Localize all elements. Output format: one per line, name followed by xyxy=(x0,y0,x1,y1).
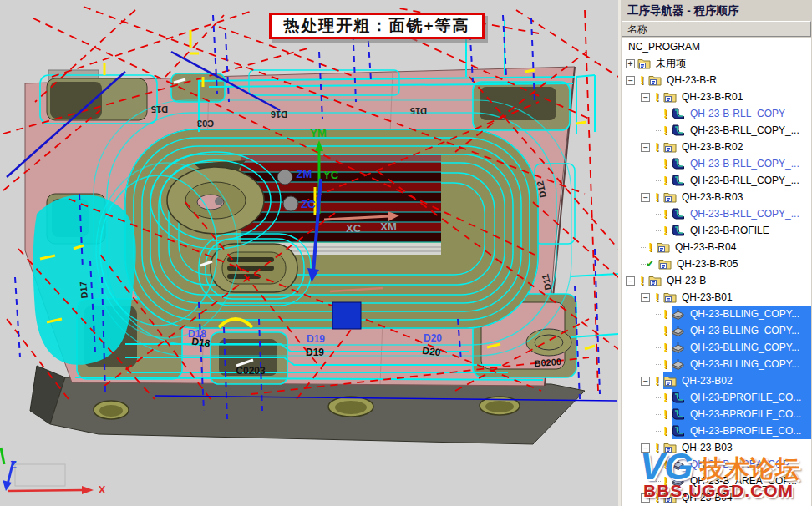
op-profile-icon xyxy=(672,158,686,170)
tree-row[interactable]: −!QH-23-B02 xyxy=(622,372,811,389)
tree-row[interactable]: −!QH-23-B-R03 xyxy=(622,189,811,205)
op-profile-icon xyxy=(672,108,686,119)
tree-node-label: QH-23-B01 xyxy=(679,291,735,303)
tree-node-label: QH-23-B-R01 xyxy=(679,91,745,103)
tree-row[interactable]: −!QH-23-B01 xyxy=(622,289,811,306)
tree-row[interactable]: !QH-23-B_AREA_COP... xyxy=(622,456,811,473)
tree-row[interactable]: +未用项 xyxy=(622,55,811,72)
unpostprocessed-status-icon: ! xyxy=(661,124,670,137)
tree-row[interactable]: !QH-23-BPROFILE_CO... xyxy=(622,389,811,406)
program-folder-icon xyxy=(648,75,662,86)
cad-label: ZM xyxy=(297,168,312,180)
op-mill-icon xyxy=(672,358,686,370)
row-region: QH-23-B-R04 xyxy=(657,239,811,256)
selected-region-highlight[interactable] xyxy=(332,302,361,329)
row-region: QH-23-B01 xyxy=(663,289,811,306)
tree-node-label: QH-23-B-R02 xyxy=(679,141,745,153)
graphics-viewport[interactable]: D15C03D16D15D12D11D17D18D18D19D19D20D20C… xyxy=(0,0,618,506)
tree-row[interactable]: !QH-23-B-R04 xyxy=(622,239,811,256)
tree-row[interactable]: −!QH-23-B03 xyxy=(622,439,811,456)
tree-row[interactable]: !QH-23-B_AREA_COP... xyxy=(622,473,811,489)
name-column-header[interactable]: 名称 xyxy=(622,21,811,37)
program-folder-icon xyxy=(663,443,677,453)
row-region: NC_PROGRAM xyxy=(626,38,811,55)
tree-node-label: QH-23-BLLING_COPY... xyxy=(688,342,802,353)
tree-row[interactable]: !QH-23-BLLING_COPY... xyxy=(622,339,811,356)
tree-row[interactable]: !QH-23-BLLING_COPY... xyxy=(622,322,811,339)
op-mill-icon xyxy=(672,325,686,336)
op-area-icon xyxy=(672,458,686,470)
collapse-icon[interactable]: − xyxy=(641,193,650,202)
unpostprocessed-status-icon: ! xyxy=(637,73,647,87)
tree-row[interactable]: !QH-23-BLLING_COPY... xyxy=(622,306,811,322)
collapse-icon[interactable]: − xyxy=(626,76,635,85)
unpostprocessed-status-icon: ! xyxy=(652,374,662,387)
unpostprocessed-status-icon: ! xyxy=(652,140,662,154)
cad-label: XC xyxy=(346,222,362,235)
cad-scene: D15C03D16D15D12D11D17D18D18D19D19D20D20C… xyxy=(0,0,618,506)
annotation-banner: 热处理开粗：面铣+等高 xyxy=(269,13,485,39)
tree-row[interactable]: −!QH-23-B-R xyxy=(622,72,811,89)
tree-row[interactable]: !QH-23-BLLING_COPY... xyxy=(622,356,811,372)
folder-icon xyxy=(663,375,678,387)
collapse-icon[interactable]: − xyxy=(641,93,650,102)
unpostprocessed-status-icon: ! xyxy=(652,291,662,304)
tree-row[interactable]: −!QH-23-B-R01 xyxy=(622,89,811,105)
program-folder-icon xyxy=(663,376,677,387)
unpostprocessed-status-icon: ! xyxy=(661,474,670,488)
tree-node-label: QH-23-BPROFILE_CO... xyxy=(688,408,804,420)
tree-row[interactable]: !QH-23-B-RLL_COPY_... xyxy=(622,205,811,222)
unpostprocessed-status-icon: ! xyxy=(661,357,670,371)
folder-icon xyxy=(663,442,678,453)
tree-node-label: QH-23-B xyxy=(664,275,708,286)
unpostprocessed-status-icon: ! xyxy=(661,207,670,220)
collapse-icon[interactable]: − xyxy=(641,443,650,453)
unpostprocessed-status-icon: ! xyxy=(661,174,670,187)
application-window: D15C03D16D15D12D11D17D18D18D19D19D20D20C… xyxy=(0,0,812,506)
tree-node-label: QH-23-B-RLL_COPY_... xyxy=(688,158,802,170)
collapse-icon[interactable]: − xyxy=(641,377,650,386)
folder-icon xyxy=(663,141,678,153)
tree-node-label: QH-23-B02 xyxy=(679,375,735,387)
selected-row-region: QH-23-BPROFILE_CO... xyxy=(672,406,811,423)
collapse-icon[interactable]: − xyxy=(641,493,650,503)
row-region: QH-23-B-RLL_COPY_... xyxy=(672,172,811,189)
operation-navigator-panel: 工序导航器 - 程序顺序 名称 NC_PROGRAM+未用项−!QH-23-B-… xyxy=(618,0,812,506)
tree-row[interactable]: !QH-23-B-RLL_COPY xyxy=(622,105,811,122)
panel-title: 工序导航器 - 程序顺序 xyxy=(621,0,812,21)
column-header-label: 名称 xyxy=(627,23,647,35)
tree-row[interactable]: !QH-23-B-RLL_COPY_... xyxy=(622,155,811,172)
collapse-icon[interactable]: − xyxy=(626,276,635,286)
expand-icon[interactable]: + xyxy=(626,59,635,68)
tree-node-label: QH-23-B03 xyxy=(679,442,735,453)
tree-row[interactable]: NC_PROGRAM xyxy=(622,38,811,55)
unpostprocessed-status-icon: ! xyxy=(661,424,670,438)
collapse-icon[interactable]: − xyxy=(641,143,650,152)
program-folder-icon xyxy=(658,259,672,270)
collapse-icon[interactable]: − xyxy=(641,293,650,302)
unpostprocessed-status-icon: ! xyxy=(661,458,670,471)
tree-row[interactable]: ✔QH-23-B-R05 xyxy=(622,256,811,272)
tree-row[interactable]: !QH-23-BPROFILE_CO... xyxy=(622,406,811,423)
tree-row[interactable]: !QH-23-B-RLL_COPY_... xyxy=(622,122,811,139)
tree-row[interactable]: −!QH-23-B04 xyxy=(622,489,811,506)
tree-row[interactable]: −!QH-23-B xyxy=(622,272,811,289)
tree-row[interactable]: !QH-23-B-ROFILE xyxy=(622,222,811,239)
tree-node-label: QH-23-B04 xyxy=(679,492,735,503)
tree-row[interactable]: !QH-23-BPROFILE_CO... xyxy=(622,423,811,439)
program-folder-icon xyxy=(663,92,677,103)
op-profile-icon xyxy=(672,175,686,186)
navigator-tree: NC_PROGRAM+未用项−!QH-23-B-R−!QH-23-B-R01!Q… xyxy=(622,38,811,506)
tree-node-label: QH-23-B-RLL_COPY xyxy=(688,108,788,119)
tree-row[interactable]: !QH-23-B-RLL_COPY_... xyxy=(622,172,811,189)
selected-row-region: QH-23-BLLING_COPY... xyxy=(672,339,811,356)
tree-row[interactable]: −!QH-23-B-R02 xyxy=(622,139,811,155)
selected-row-region: QH-23-BPROFILE_CO... xyxy=(672,423,811,439)
tree-node-label: QH-23-B-R xyxy=(664,74,719,86)
unpostprocessed-status-icon: ! xyxy=(652,491,662,504)
program-folder-icon xyxy=(657,242,670,253)
tree-node-label: QH-23-BLLING_COPY... xyxy=(688,308,802,320)
folder-icon xyxy=(658,258,672,270)
row-region: QH-23-B-R05 xyxy=(658,256,811,272)
cad-label: C0203 xyxy=(236,365,266,377)
